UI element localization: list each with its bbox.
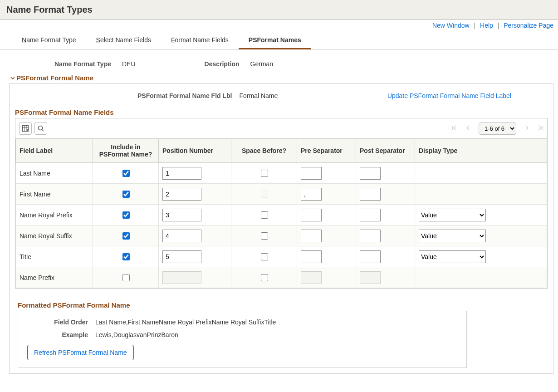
include-checkbox[interactable] [122,232,130,240]
name-format-type-value: DEU [122,60,136,68]
post-separator-input[interactable] [360,230,381,242]
table-row: Last Name [16,163,547,184]
include-checkbox[interactable] [122,274,130,281]
pre-separator-input[interactable] [301,167,322,180]
post-separator-input[interactable] [360,167,381,180]
position-input[interactable] [162,230,201,242]
search-icon[interactable] [34,122,47,135]
description-label: Description [205,60,240,68]
last-page-icon[interactable] [537,125,543,132]
pre-separator-input[interactable] [301,250,322,263]
tab-2[interactable]: Format Name Fields [161,31,239,49]
link-separator: | [495,22,502,29]
space-before-checkbox[interactable] [261,253,268,260]
formatted-section-title: Formatted PSFormat Formal Name [18,301,545,311]
position-input[interactable] [162,167,201,180]
include-checkbox[interactable] [122,253,130,260]
fld-lbl-value: Formal Name [239,92,278,99]
pager-range-select[interactable]: 1-6 of 6 [479,122,516,135]
page-title: Name Format Types [6,5,552,15]
example-label: Example [27,331,95,338]
prev-page-icon[interactable] [465,125,471,132]
pre-separator-input[interactable] [301,230,322,242]
tab-3[interactable]: PSFormat Names [239,31,311,49]
post-separator-input[interactable] [360,209,381,221]
example-value: Lewis,DouglasvanPrinzBaron [95,331,178,338]
post-separator-input[interactable] [360,250,381,263]
position-input[interactable] [162,188,201,201]
field-order-value: Last Name,First NameName Royal PrefixNam… [95,318,276,326]
cell-field-label: Last Name [16,163,93,184]
tab-1[interactable]: Select Name Fields [86,31,161,49]
col-position[interactable]: Position Number [159,139,231,163]
include-checkbox[interactable] [122,191,130,198]
top-links-bar: New Window | Help | Personalize Page [0,20,558,29]
pre-separator-input [301,271,322,284]
table-row: TitleValue [16,246,547,267]
space-before-checkbox [261,191,268,198]
cell-field-label: First Name [16,184,93,205]
space-before-checkbox[interactable] [261,232,268,240]
tab-bar: Name Format TypeSelect Name FieldsFormat… [0,31,558,49]
position-input[interactable] [162,209,201,221]
include-checkbox[interactable] [122,211,130,219]
chevron-down-icon [9,75,16,81]
table-row: Name Prefix [16,267,547,288]
display-type-select[interactable]: Value [419,209,486,221]
pre-separator-input[interactable] [301,209,322,221]
link-separator: | [471,22,479,29]
new-window-link[interactable]: New Window [432,22,470,29]
grid-title: PSFormat Formal Name Fields [15,108,548,118]
description-value: German [250,60,274,68]
col-pre-separator[interactable]: Pre Separator [297,139,356,163]
cell-field-label: Name Prefix [16,267,93,288]
first-page-icon[interactable] [451,125,458,132]
position-input[interactable] [162,250,201,263]
col-space-before[interactable]: Space Before? [231,139,297,163]
include-checkbox[interactable] [122,170,130,177]
col-field-label[interactable]: Field Label [16,139,93,163]
grid-settings-icon[interactable] [19,122,32,135]
position-input [162,271,201,284]
psformat-formal-name-section-header[interactable]: PSFormat Formal Name [9,72,553,83]
psformat-fields-grid: Field Label Include in PSFormat Name? Po… [15,138,547,288]
cell-field-label: Name Royal Suffix [16,225,93,246]
cell-field-label: Name Royal Prefix [16,205,93,225]
svg-line-5 [42,130,44,132]
col-include[interactable]: Include in PSFormat Name? [93,139,159,163]
col-post-separator[interactable]: Post Separator [356,139,415,163]
svg-point-4 [39,126,43,130]
personalize-page-link[interactable]: Personalize Page [504,22,553,29]
refresh-button[interactable]: Refresh PSFormat Formal Name [27,345,134,360]
table-row: Name Royal SuffixValue [16,225,547,246]
space-before-checkbox[interactable] [261,211,268,219]
display-type-select[interactable]: Value [419,230,486,242]
table-row: First Name [16,184,547,205]
post-separator-input[interactable] [360,188,381,201]
space-before-checkbox[interactable] [261,170,268,177]
fld-lbl-label: PSFormat Formal Name Fld Lbl [15,92,232,99]
table-row: Name Royal PrefixValue [16,205,547,225]
tab-0[interactable]: Name Format Type [12,31,86,49]
name-format-type-label: Name Format Type [54,60,111,68]
field-order-label: Field Order [27,318,95,326]
col-display-type[interactable]: Display Type [415,139,547,163]
help-link[interactable]: Help [480,22,493,29]
update-field-label-link[interactable]: Update PSFormat Formal Name Field Label [387,92,511,99]
cell-field-label: Title [16,246,93,267]
post-separator-input [360,271,381,284]
pre-separator-input[interactable] [301,188,322,201]
display-type-select[interactable]: Value [419,250,486,263]
space-before-checkbox[interactable] [261,274,268,281]
next-page-icon[interactable] [524,125,530,132]
